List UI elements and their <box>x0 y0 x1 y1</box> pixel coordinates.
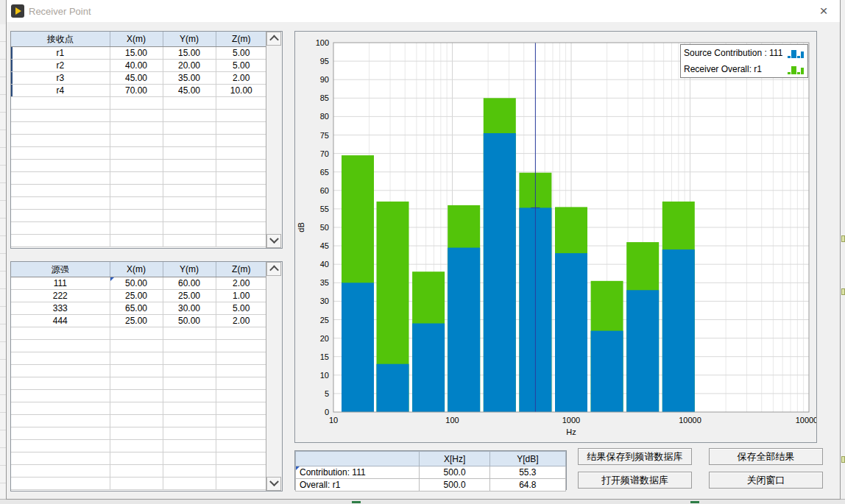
table-cell[interactable] <box>163 377 216 390</box>
table-cell[interactable]: 50.00 <box>110 277 163 290</box>
table-cell[interactable] <box>11 465 110 478</box>
table-cell[interactable] <box>110 135 163 147</box>
scroll-up-button[interactable] <box>266 32 281 46</box>
table-cell[interactable] <box>11 327 110 340</box>
table-cell[interactable] <box>11 222 110 235</box>
title-bar[interactable]: Receiver Point × <box>7 0 840 22</box>
source-table-scrollbar[interactable] <box>266 262 282 491</box>
table-cell[interactable] <box>216 402 266 415</box>
table-cell[interactable]: 65.00 <box>110 302 163 315</box>
table-cell[interactable] <box>216 327 266 340</box>
table-cell[interactable] <box>11 210 110 222</box>
spectrum-chart[interactable]: 0510152025303540455055606570758085909510… <box>294 31 817 443</box>
table-cell[interactable] <box>216 452 266 465</box>
table-cell[interactable] <box>110 427 163 440</box>
table-cell[interactable] <box>216 147 266 160</box>
table-cell[interactable]: 2.00 <box>216 315 266 327</box>
table-cell[interactable]: 70.00 <box>110 85 163 97</box>
table-cell[interactable] <box>11 110 110 122</box>
open-spectrum-db-button[interactable]: 打开频谱数据库 <box>578 472 692 489</box>
table-cell[interactable] <box>163 160 216 172</box>
table-cell[interactable] <box>216 365 266 377</box>
table-cell[interactable] <box>11 427 110 440</box>
table-cell[interactable]: 40.00 <box>110 60 163 72</box>
table-cell[interactable] <box>163 465 216 478</box>
table-cell[interactable] <box>110 402 163 415</box>
close-icon[interactable]: × <box>815 2 832 20</box>
table-cell[interactable] <box>110 185 163 197</box>
table-cell[interactable] <box>110 327 163 340</box>
table-cell[interactable] <box>110 465 163 478</box>
table-cell[interactable] <box>216 97 266 110</box>
table-cell[interactable] <box>216 135 266 147</box>
table-cell[interactable] <box>110 110 163 122</box>
table-cell[interactable] <box>163 135 216 147</box>
table-cell[interactable] <box>11 135 110 147</box>
table-cell[interactable]: 45.00 <box>110 72 163 85</box>
table-cell[interactable] <box>11 97 110 110</box>
table-cell[interactable] <box>110 235 163 247</box>
table-cell[interactable]: 444 <box>11 315 110 327</box>
table-cell[interactable]: r1 <box>11 47 110 60</box>
table-cell[interactable] <box>163 185 216 197</box>
table-cell[interactable] <box>11 340 110 352</box>
table-cell[interactable]: 5.00 <box>216 302 266 315</box>
table-cell[interactable] <box>110 210 163 222</box>
table-cell[interactable]: 25.00 <box>110 315 163 327</box>
table-cell[interactable] <box>216 377 266 390</box>
table-cell[interactable] <box>110 222 163 235</box>
table-cell[interactable]: 50.00 <box>163 315 216 327</box>
legend-item[interactable]: Source Contribution : 111 <box>681 45 807 61</box>
scroll-down-button[interactable] <box>266 234 281 248</box>
table-cell[interactable] <box>110 97 163 110</box>
table-cell[interactable] <box>216 172 266 185</box>
table-cell[interactable] <box>163 427 216 440</box>
table-cell[interactable]: 15.00 <box>163 47 216 60</box>
table-cell[interactable] <box>216 352 266 365</box>
table-cell[interactable] <box>163 415 216 427</box>
cursor-cell[interactable]: Overall: r1 <box>296 479 420 491</box>
table-cell[interactable]: 2.00 <box>216 72 266 85</box>
table-cell[interactable] <box>110 147 163 160</box>
table-cell[interactable] <box>110 415 163 427</box>
table-cell[interactable] <box>163 340 216 352</box>
table-cell[interactable] <box>11 185 110 197</box>
table-cell[interactable] <box>163 147 216 160</box>
table-cell[interactable] <box>110 440 163 452</box>
table-cell[interactable] <box>110 478 163 490</box>
table-cell[interactable] <box>163 440 216 452</box>
scroll-up-button[interactable] <box>266 262 281 276</box>
cursor-cell[interactable]: 64.8 <box>489 479 565 491</box>
table-cell[interactable] <box>163 390 216 402</box>
table-cell[interactable] <box>11 197 110 210</box>
table-cell[interactable] <box>11 160 110 172</box>
table-cell[interactable] <box>163 172 216 185</box>
table-cell[interactable] <box>216 440 266 452</box>
table-cell[interactable]: 5.00 <box>216 60 266 72</box>
table-cell[interactable]: 222 <box>11 290 110 302</box>
table-cell[interactable]: 5.00 <box>216 47 266 60</box>
table-cell[interactable]: 10.00 <box>216 85 266 97</box>
table-cell[interactable] <box>163 197 216 210</box>
table-cell[interactable]: 45.00 <box>163 85 216 97</box>
table-cell[interactable] <box>11 122 110 135</box>
table-cell[interactable] <box>11 235 110 247</box>
table-cell[interactable] <box>216 110 266 122</box>
table-cell[interactable] <box>163 110 216 122</box>
table-cell[interactable]: 60.00 <box>163 277 216 290</box>
table-cell[interactable]: 111 <box>11 277 110 290</box>
table-cell[interactable] <box>110 340 163 352</box>
table-cell[interactable] <box>110 452 163 465</box>
table-cell[interactable]: 15.00 <box>110 47 163 60</box>
cursor-cell[interactable]: Contribution: 111 <box>296 466 420 479</box>
table-cell[interactable] <box>110 365 163 377</box>
table-cell[interactable] <box>110 377 163 390</box>
table-cell[interactable] <box>216 390 266 402</box>
table-cell[interactable] <box>11 352 110 365</box>
table-cell[interactable] <box>163 235 216 247</box>
cursor-cell[interactable]: 500.0 <box>420 479 489 491</box>
table-cell[interactable]: 2.00 <box>216 277 266 290</box>
table-cell[interactable] <box>216 235 266 247</box>
table-cell[interactable]: 25.00 <box>163 290 216 302</box>
table-cell[interactable]: r2 <box>11 60 110 72</box>
